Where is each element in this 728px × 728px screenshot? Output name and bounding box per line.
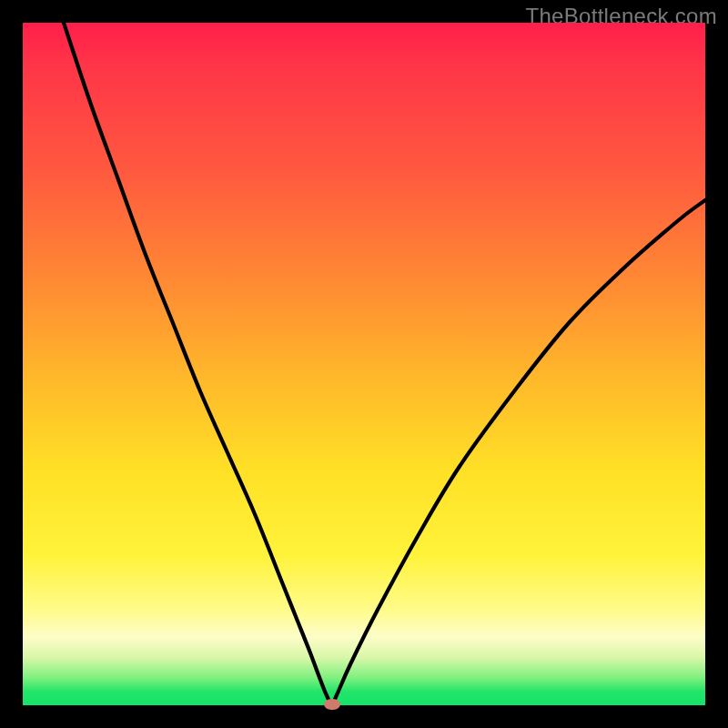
plot-area [23, 23, 705, 705]
bottleneck-curve [23, 23, 705, 705]
minimum-marker [324, 699, 340, 710]
chart-frame: TheBottleneck.com [0, 0, 728, 728]
